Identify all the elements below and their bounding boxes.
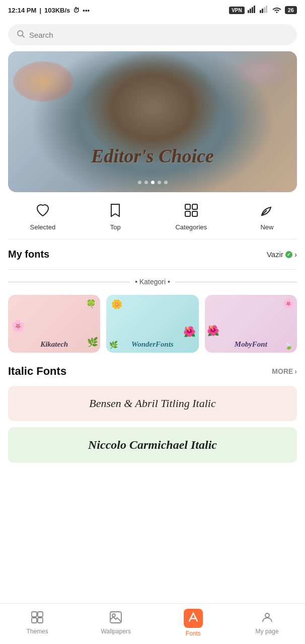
nav-icons-row: Selected Top Categories	[4, 192, 301, 239]
my-fonts-label: My fonts	[8, 249, 49, 260]
dot-1	[138, 181, 141, 184]
svg-point-20	[112, 614, 115, 617]
cat-card-wonder-label: WonderFonts	[106, 336, 198, 353]
svg-point-22	[265, 613, 269, 617]
bottom-nav-mypage-label: My page	[256, 628, 279, 635]
bottom-nav-mypage[interactable]: My page	[256, 611, 279, 635]
themes-icon	[31, 611, 44, 626]
heart-icon	[35, 202, 51, 220]
dot-2	[144, 181, 148, 184]
svg-rect-18	[38, 618, 43, 623]
status-separator: |	[39, 7, 41, 14]
kategori-text: • Kategori •	[135, 278, 170, 286]
svg-rect-12	[185, 211, 190, 216]
status-time: 12:14 PM	[8, 7, 36, 14]
svg-rect-7	[266, 6, 267, 13]
search-input[interactable]	[29, 31, 289, 39]
nav-categories-label: Categories	[175, 223, 207, 231]
bottom-nav-themes[interactable]: Themes	[26, 611, 48, 635]
status-left: 12:14 PM | 103KB/s ⏱ •••	[8, 7, 90, 14]
current-font-name: Vazir	[267, 250, 283, 259]
flower-deco-8: 🌺	[207, 325, 219, 337]
my-fonts-navigate[interactable]: Vazir ›	[267, 250, 297, 259]
font-card-niccolo[interactable]: Niccolo Carmichael Italic	[8, 427, 297, 463]
dot-4	[158, 181, 161, 184]
svg-rect-11	[192, 204, 197, 209]
font-card-niccolo-text: Niccolo Carmichael Italic	[16, 438, 289, 452]
grid-icon	[183, 202, 199, 220]
flower-deco-7: 🌸	[283, 298, 294, 309]
cat-card-moby[interactable]: 🌸 🌺 🍃 MobyFont	[205, 295, 297, 353]
bottom-nav-fonts-label: Fonts	[186, 630, 201, 637]
svg-rect-13	[192, 211, 197, 216]
italic-fonts-header: Italic Fonts MORE ›	[0, 353, 305, 386]
fonts-active-bg	[184, 609, 203, 628]
nav-categories[interactable]: Categories	[175, 202, 207, 231]
font-card-bensen-text: Bensen & Abril Titling Italic	[16, 397, 289, 410]
bottom-nav: Themes Wallpapers Fonts	[0, 603, 305, 644]
dot-5	[164, 181, 168, 184]
svg-rect-17	[32, 618, 37, 623]
wifi-icon	[272, 5, 282, 15]
nav-top[interactable]: Top	[107, 202, 123, 231]
chevron-more-icon: ›	[294, 367, 297, 375]
more-button[interactable]: MORE ›	[272, 367, 297, 375]
svg-rect-19	[110, 612, 121, 623]
bottom-nav-themes-label: Themes	[26, 628, 48, 635]
mypage-icon	[261, 611, 274, 626]
font-card-bensen[interactable]: Bensen & Abril Titling Italic	[8, 386, 297, 421]
dot-3	[151, 181, 155, 184]
menu-dots: •••	[83, 7, 90, 14]
bottom-nav-fonts[interactable]: Fonts	[184, 609, 203, 637]
cat-card-kikatech[interactable]: 🌸 🌿 🍀 Kikatech	[8, 295, 100, 353]
hero-title: Editor's Choice	[8, 145, 297, 167]
active-font-indicator	[285, 251, 292, 258]
italic-fonts-label: Italic Fonts	[8, 365, 66, 378]
cat-card-kikatech-label: Kikatech	[8, 336, 100, 353]
svg-rect-6	[264, 7, 265, 13]
svg-line-9	[22, 35, 24, 37]
flower-deco-4: 🌼	[111, 299, 122, 310]
search-icon	[16, 29, 25, 40]
my-fonts-row: My fonts Vazir ›	[0, 239, 305, 269]
flower-deco-3: 🍀	[86, 299, 96, 308]
svg-rect-10	[185, 204, 190, 209]
svg-rect-5	[262, 9, 263, 13]
svg-rect-2	[252, 7, 253, 13]
clock-icon: ⏱	[73, 7, 80, 14]
flower-deco-1: 🌸	[11, 319, 25, 333]
leaf-icon	[259, 202, 275, 220]
search-bar[interactable]	[8, 24, 297, 45]
svg-rect-4	[260, 10, 261, 13]
chevron-right-icon: ›	[294, 250, 297, 259]
svg-rect-3	[254, 6, 255, 13]
wallpapers-icon	[109, 611, 122, 626]
hero-dots	[8, 181, 297, 184]
signal-icon2	[260, 5, 269, 15]
bottom-nav-wallpapers[interactable]: Wallpapers	[101, 611, 131, 635]
svg-rect-15	[32, 612, 37, 617]
status-right: VPN	[229, 5, 297, 15]
fonts-icon	[187, 611, 200, 626]
signal-icon	[248, 5, 257, 15]
svg-rect-0	[248, 10, 249, 13]
nav-top-label: Top	[110, 223, 121, 231]
battery-indicator: 26	[285, 6, 297, 14]
kategori-line-left	[8, 282, 130, 282]
nav-new-label: New	[260, 223, 273, 231]
nav-selected[interactable]: Selected	[30, 202, 56, 231]
kategori-line-right	[175, 282, 297, 282]
cat-card-moby-label: MobyFont	[205, 336, 297, 353]
bottom-nav-wallpapers-label: Wallpapers	[101, 628, 131, 635]
cat-card-wonder[interactable]: 🌼 🌺 🌿 WonderFonts	[106, 295, 198, 353]
divider-2	[8, 269, 297, 270]
svg-rect-16	[38, 612, 43, 617]
hero-banner: Editor's Choice	[8, 51, 297, 192]
svg-point-8	[18, 31, 23, 36]
nav-selected-label: Selected	[30, 223, 56, 231]
vpn-badge: VPN	[229, 7, 245, 14]
status-speed: 103KB/s	[44, 7, 70, 14]
bookmark-icon	[107, 202, 123, 220]
kategori-row: • Kategori •	[8, 278, 297, 286]
nav-new[interactable]: New	[259, 202, 275, 231]
